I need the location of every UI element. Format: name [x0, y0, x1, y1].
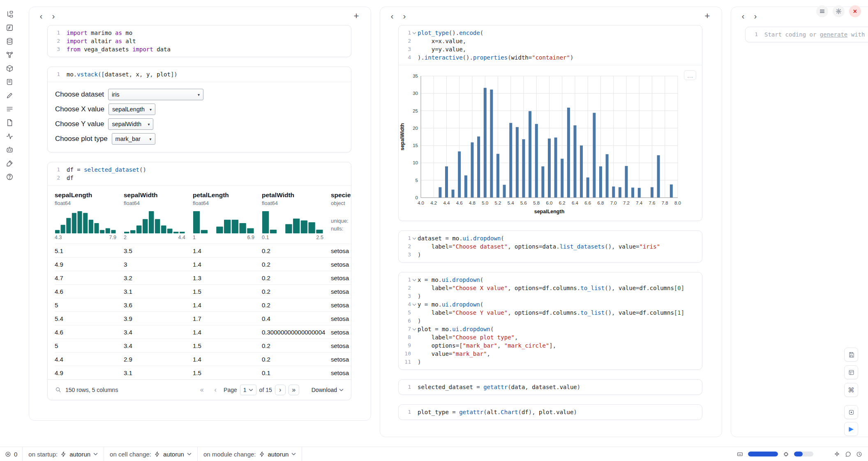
shutdown-button[interactable]: ×: [849, 5, 861, 17]
column-header-sepalLength[interactable]: sepalLengthfloat644.37.9: [55, 191, 124, 240]
interrupt-button[interactable]: [844, 405, 858, 419]
ai-sparkle-icon[interactable]: [834, 451, 840, 457]
annotations-icon[interactable]: [2, 157, 16, 169]
x-value-select[interactable]: sepalLength▾: [108, 104, 155, 115]
documentation-icon[interactable]: [2, 76, 16, 88]
fold-indicator[interactable]: [411, 234, 418, 242]
code-line-text[interactable]: plot = mo.ui.dropdown(: [418, 325, 494, 333]
code-line-text[interactable]: import marimo as mo: [67, 29, 132, 37]
column-next-button[interactable]: ›: [398, 10, 411, 22]
code-line-text[interactable]: ): [418, 292, 421, 300]
code-line-text[interactable]: y = mo.ui.dropdown(: [418, 300, 483, 309]
code-editor[interactable]: 1plot_type = getattr(alt.Chart(df), plot…: [399, 405, 702, 420]
code-line-text[interactable]: x=x.value,: [418, 37, 466, 45]
settings-gear-button[interactable]: [833, 5, 845, 17]
code-line-text[interactable]: df: [67, 174, 74, 182]
notebook-menu-button[interactable]: [816, 5, 828, 17]
column-prev-button[interactable]: ‹: [737, 10, 749, 22]
code-line-text[interactable]: options=["mark_bar", "mark_circle"],: [418, 341, 556, 350]
code-line-text[interactable]: dataset = mo.ui.dropdown(: [418, 234, 504, 242]
runtime-history-icon[interactable]: [856, 451, 862, 457]
table-row[interactable]: 4.63.41.40.30000000000000004setosa: [55, 325, 351, 339]
plot-type-select[interactable]: mark_bar▾: [112, 133, 155, 145]
code-line-text[interactable]: x = mo.ui.dropdown(: [418, 276, 483, 284]
snippets-icon[interactable]: [2, 116, 16, 129]
layout-button[interactable]: [844, 365, 858, 379]
column-header-species[interactable]: speciesobjectunique:nulls:: [331, 191, 351, 240]
column-next-button[interactable]: ›: [749, 10, 762, 22]
code-line-text[interactable]: ): [418, 317, 421, 325]
add-cell-button[interactable]: +: [350, 10, 362, 22]
column-next-button[interactable]: ›: [47, 10, 60, 22]
fold-indicator[interactable]: [411, 276, 418, 284]
code-line-text[interactable]: label="Choose plot type",: [418, 333, 518, 341]
editor-placeholder[interactable]: Start coding or generate with AI: [764, 30, 868, 39]
code-line-text[interactable]: plot_type = getattr(alt.Chart(df), plot.…: [418, 408, 577, 416]
code-editor[interactable]: 1plot_type().encode(2 x=x.value,3 y=y.va…: [399, 25, 702, 65]
table-row[interactable]: 5.13.51.40.2setosa: [55, 244, 351, 257]
fold-indicator[interactable]: [411, 29, 418, 37]
code-line-text[interactable]: label="Choose X value", options=df.colum…: [418, 284, 684, 292]
help-icon[interactable]: [2, 171, 16, 183]
code-editor[interactable]: 1x = mo.ui.dropdown(2 label="Choose X va…: [399, 272, 702, 369]
dependencies-icon[interactable]: [2, 48, 16, 61]
tracing-icon[interactable]: [2, 130, 16, 142]
column-prev-button[interactable]: ‹: [386, 10, 398, 22]
packages-icon[interactable]: [2, 62, 16, 74]
code-line-text[interactable]: label="Choose Y value", options=df.colum…: [418, 309, 684, 317]
column-prev-button[interactable]: ‹: [35, 10, 47, 22]
save-button[interactable]: [844, 348, 858, 362]
code-editor[interactable]: 1import marimo as mo2import altair as al…: [48, 25, 351, 57]
table-row[interactable]: 4.931.40.2setosa: [55, 257, 351, 271]
code-line-text[interactable]: ).interactive().properties(width="contai…: [418, 53, 573, 62]
chart-options-button[interactable]: …: [684, 70, 696, 80]
column-header-sepalWidth[interactable]: sepalWidthfloat6424.4: [124, 191, 193, 240]
feedback-icon[interactable]: [845, 451, 851, 457]
code-editor[interactable]: 1mo.vstack([dataset, x, y, plot]): [48, 67, 351, 82]
fold-indicator[interactable]: [411, 300, 418, 309]
code-editor[interactable]: 1 Start coding or generate with AI: [746, 27, 868, 42]
code-line-text[interactable]: ): [418, 358, 421, 366]
code-editor[interactable]: 1df = selected_dataset()2df: [48, 162, 351, 185]
page-select[interactable]: 1: [240, 385, 256, 395]
y-value-select[interactable]: sepalWidth▾: [108, 118, 153, 130]
fold-indicator[interactable]: [411, 325, 418, 333]
run-button[interactable]: ▶: [844, 422, 858, 436]
errors-indicator[interactable]: 0: [0, 447, 22, 461]
code-line-text[interactable]: mo.vstack([dataset, x, y, plot]): [67, 70, 178, 78]
memory-gauge[interactable]: [748, 452, 778, 456]
code-line-text[interactable]: y=y.value,: [418, 45, 466, 53]
table-row[interactable]: 4.93.11.50.1setosa: [55, 366, 351, 379]
code-line-text[interactable]: selected_dataset = getattr(data, dataset…: [418, 383, 580, 391]
table-row[interactable]: 53.61.40.2setosa: [55, 298, 351, 311]
last-page-button[interactable]: »: [289, 385, 299, 395]
add-cell-button[interactable]: +: [701, 10, 713, 22]
dataset-select[interactable]: iris▾: [108, 89, 203, 100]
on-cell-change-setting[interactable]: on cell change: autorun: [104, 447, 197, 461]
chat-icon[interactable]: [2, 143, 16, 156]
table-search-icon[interactable]: [55, 387, 61, 393]
code-editor[interactable]: 1dataset = mo.ui.dropdown(2 label="Choos…: [399, 231, 702, 262]
table-row[interactable]: 4.42.91.40.2setosa: [55, 352, 351, 366]
scratchpad-icon[interactable]: [2, 89, 16, 101]
next-page-button[interactable]: ›: [275, 385, 286, 395]
column-header-petalLength[interactable]: petalLengthfloat6416.9: [193, 191, 262, 240]
generate-ai-link[interactable]: generate: [820, 31, 847, 38]
on-startup-setting[interactable]: on startup: autorun: [23, 447, 104, 461]
keyboard-shortcuts-button[interactable]: ⌘: [844, 383, 858, 397]
datasets-icon[interactable]: [2, 35, 16, 47]
table-row[interactable]: 53.41.50.2setosa: [55, 339, 351, 352]
table-row[interactable]: 5.43.91.70.4setosa: [55, 311, 351, 325]
table-row[interactable]: 4.63.11.50.2setosa: [55, 284, 351, 298]
code-line-text[interactable]: plot_type().encode(: [418, 29, 483, 37]
download-button[interactable]: Download: [312, 387, 344, 393]
code-line-text[interactable]: ): [418, 251, 421, 259]
first-page-button[interactable]: «: [196, 385, 207, 395]
code-line-text[interactable]: label="Choose dataset", options=data.lis…: [418, 242, 660, 251]
table-row[interactable]: 4.73.21.30.2setosa: [55, 271, 351, 284]
code-line-text[interactable]: df = selected_dataset(): [67, 166, 146, 174]
column-header-petalWidth[interactable]: petalWidthfloat640.12.5: [262, 191, 331, 240]
logs-icon[interactable]: [2, 103, 16, 115]
on-module-change-setting[interactable]: on module change: autorun: [198, 447, 302, 461]
code-editor[interactable]: 1selected_dataset = getattr(data, datase…: [399, 380, 702, 394]
